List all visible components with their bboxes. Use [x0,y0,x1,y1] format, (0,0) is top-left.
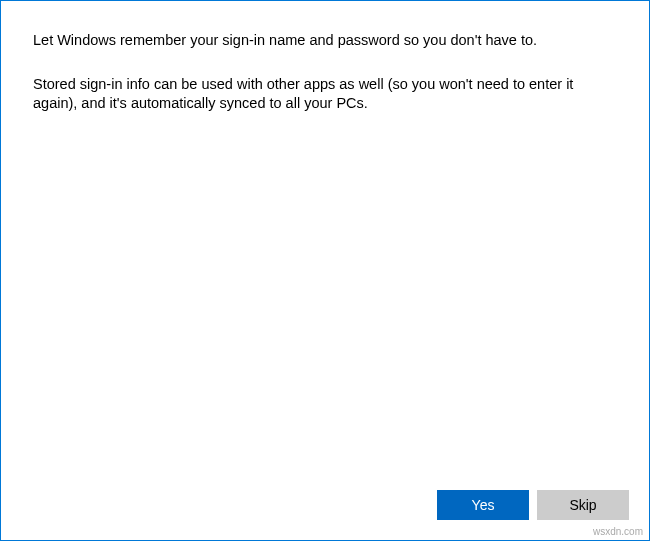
button-bar: Yes Skip [437,490,629,520]
skip-button[interactable]: Skip [537,490,629,520]
dialog-content: Let Windows remember your sign-in name a… [1,1,649,540]
credential-prompt-dialog: Let Windows remember your sign-in name a… [0,0,650,541]
explanation-text: Stored sign-in info can be used with oth… [33,75,617,114]
intro-text: Let Windows remember your sign-in name a… [33,31,617,51]
yes-button[interactable]: Yes [437,490,529,520]
